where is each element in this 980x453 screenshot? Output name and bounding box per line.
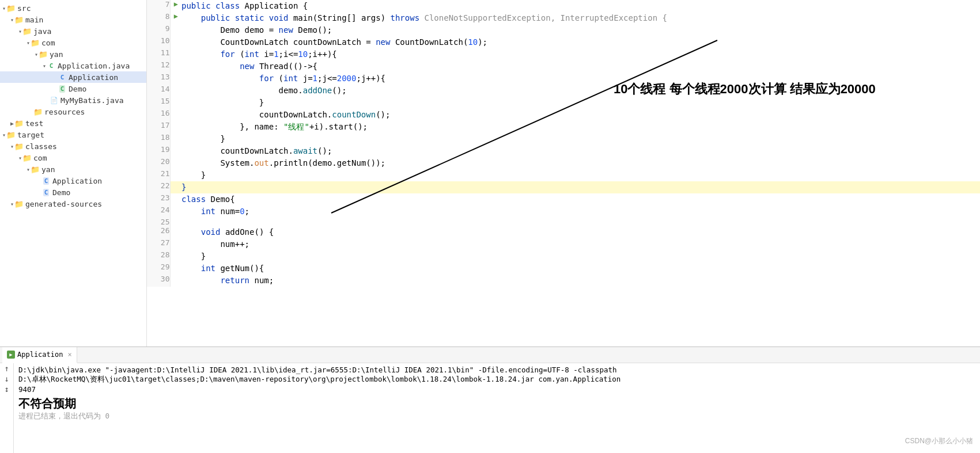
tree-arrow-generated-sources: ▾ <box>10 201 14 207</box>
sidebar-label-src: src <box>17 4 31 13</box>
line-number-21: 21 <box>147 169 170 181</box>
sidebar-item-generated-sources[interactable]: ▾📁generated-sources <box>0 198 146 210</box>
code-container[interactable]: 10个线程 每个线程2000次计算 结果应为20000 7▶public cla… <box>147 0 980 347</box>
line-number-23: 23 <box>147 193 170 205</box>
java-file-icon-Application.java: C <box>47 61 56 70</box>
line-number-11: 11 <box>147 48 170 60</box>
folder-icon-generated-sources: 📁 <box>14 199 24 208</box>
line-arrow-24 <box>170 205 181 218</box>
tree-arrow-src: ▾ <box>2 5 6 12</box>
line-arrow-15 <box>170 97 181 109</box>
folder-icon-test: 📁 <box>14 119 24 128</box>
code-content-21: } <box>181 169 980 181</box>
line-arrow-26 <box>170 226 181 238</box>
folder-icon-yan: 📁 <box>39 50 48 59</box>
tree-arrow-yan: ▾ <box>35 51 38 58</box>
sidebar-item-src[interactable]: ▾📁src <box>0 2 146 14</box>
sidebar-label-resources: resources <box>44 108 85 116</box>
code-line-7: 7▶public class Application { <box>147 0 980 12</box>
sidebar-item-com2[interactable]: ▾📁com <box>0 152 146 163</box>
sidebar-item-Application-class[interactable]: CApplication <box>0 71 146 83</box>
scroll-up-icon[interactable]: ↑ <box>4 364 9 372</box>
code-line-12: 12 new Thread(()->{ <box>147 60 980 73</box>
sidebar-label-generated-sources: generated-sources <box>25 200 102 208</box>
code-line-8: 8▶ public static void main(String[] args… <box>147 12 980 24</box>
sidebar-item-MyMyBatis.java[interactable]: 📄MyMyBatis.java <box>0 94 146 106</box>
sidebar-item-main[interactable]: ▾📁main <box>0 14 146 25</box>
scroll-down-icon[interactable]: ↓ <box>4 375 9 383</box>
tree-arrow-yan2: ▾ <box>27 166 30 173</box>
sidebar-item-target[interactable]: ▾📁target <box>0 129 146 140</box>
code-content-18: } <box>181 133 980 145</box>
code-content-20: System.out.println(demo.getNum()); <box>181 157 980 169</box>
code-content-29: int getNum(){ <box>181 262 980 275</box>
tree-arrow-target: ▾ <box>2 132 6 138</box>
bottom-tab-label: Application <box>17 351 63 359</box>
folder-icon-com2: 📁 <box>22 153 32 162</box>
line-arrow-9 <box>170 24 181 36</box>
line-number-18: 18 <box>147 133 170 145</box>
code-content-27: num++; <box>181 238 980 250</box>
line-number-13: 13 <box>147 73 170 85</box>
code-line-22: 22} <box>147 181 980 193</box>
tree-arrow-main: ▾ <box>10 17 14 23</box>
code-content-16: countDownLatch.countDown(); <box>181 109 980 121</box>
sidebar-label-MyMyBatis.java: MyMyBatis.java <box>60 96 124 105</box>
sidebar-item-Application-target[interactable]: CApplication <box>0 175 146 186</box>
sidebar-label-java: java <box>33 27 51 36</box>
scroll-both-icon[interactable]: ↕ <box>4 385 9 393</box>
sidebar-item-com[interactable]: ▾📁com <box>0 37 146 48</box>
code-content-8: public static void main(String[] args) t… <box>181 12 980 24</box>
sidebar-item-Application.java[interactable]: ▾CApplication.java <box>0 60 146 71</box>
code-content-30: return num; <box>181 275 980 287</box>
line-number-17: 17 <box>147 121 170 133</box>
line-number-26: 26 <box>147 226 170 238</box>
sidebar-label-Application-class: Application <box>69 73 118 82</box>
tree-arrow-classes: ▾ <box>10 143 14 150</box>
code-content-12: new Thread(()->{ <box>181 60 980 73</box>
line-arrow-18 <box>170 133 181 145</box>
run-line-1: D:\jdk\bin\java.exe "-javaagent:D:\Intel… <box>18 366 975 374</box>
sidebar-label-Demo-target: Demo <box>52 188 70 197</box>
sidebar-label-Demo-class: Demo <box>69 85 86 93</box>
code-content-10: CountDownLatch countDownLatch = new Coun… <box>181 36 980 48</box>
tree-arrow-com2: ▾ <box>18 155 22 161</box>
code-content-7: public class Application { <box>181 0 980 12</box>
line-number-14: 14 <box>147 85 170 97</box>
sidebar-item-yan[interactable]: ▾📁yan <box>0 48 146 60</box>
line-number-7: 7 <box>147 0 170 12</box>
code-content-25 <box>181 218 980 226</box>
sidebar-label-main: main <box>25 16 43 24</box>
code-content-11: for (int i=1;i<=10;i++){ <box>181 48 980 60</box>
editor-area: 10个线程 每个线程2000次计算 结果应为20000 7▶public cla… <box>147 0 980 347</box>
bottom-content: ↑ ↓ ↕ D:\jdk\bin\java.exe "-javaagent:D:… <box>0 363 980 453</box>
sidebar-item-Demo-class[interactable]: CDemo <box>0 83 146 94</box>
line-arrow-19 <box>170 145 181 157</box>
folder-icon-resources: 📁 <box>33 107 43 116</box>
code-table: 7▶public class Application {8▶ public st… <box>147 0 980 287</box>
line-arrow-7: ▶ <box>170 0 181 12</box>
bottom-tab-application[interactable]: ▶ Application × <box>2 347 77 363</box>
bottom-controls: ↑ ↓ ↕ <box>0 363 14 453</box>
tree-arrow-Application.java: ▾ <box>43 63 46 69</box>
folder-icon-main: 📁 <box>14 15 24 24</box>
result-value: 9407 <box>18 385 975 394</box>
bottom-tab-close[interactable]: × <box>67 351 71 359</box>
code-content-14: demo.addOne(); <box>181 85 980 97</box>
sidebar-label-yan2: yan <box>41 165 55 174</box>
code-content-23: class Demo{ <box>181 193 980 205</box>
sidebar-item-yan2[interactable]: ▾📁yan <box>0 163 146 175</box>
sidebar-label-Application.java: Application.java <box>58 62 130 70</box>
code-line-17: 17 }, name: "线程"+i).start(); <box>147 121 980 133</box>
line-arrow-11 <box>170 48 181 60</box>
error-label: 不符合预期 <box>18 396 975 412</box>
line-number-10: 10 <box>147 36 170 48</box>
sidebar-item-Demo-target[interactable]: CDemo <box>0 186 146 198</box>
run-icon: ▶ <box>7 351 15 359</box>
sidebar-item-resources[interactable]: 📁resources <box>0 106 146 117</box>
code-line-28: 28 } <box>147 250 980 262</box>
sidebar-item-classes[interactable]: ▾📁classes <box>0 140 146 152</box>
code-line-11: 11 for (int i=1;i<=10;i++){ <box>147 48 980 60</box>
sidebar-item-test[interactable]: ▶📁test <box>0 117 146 129</box>
sidebar-item-java[interactable]: ▾📁java <box>0 25 146 37</box>
